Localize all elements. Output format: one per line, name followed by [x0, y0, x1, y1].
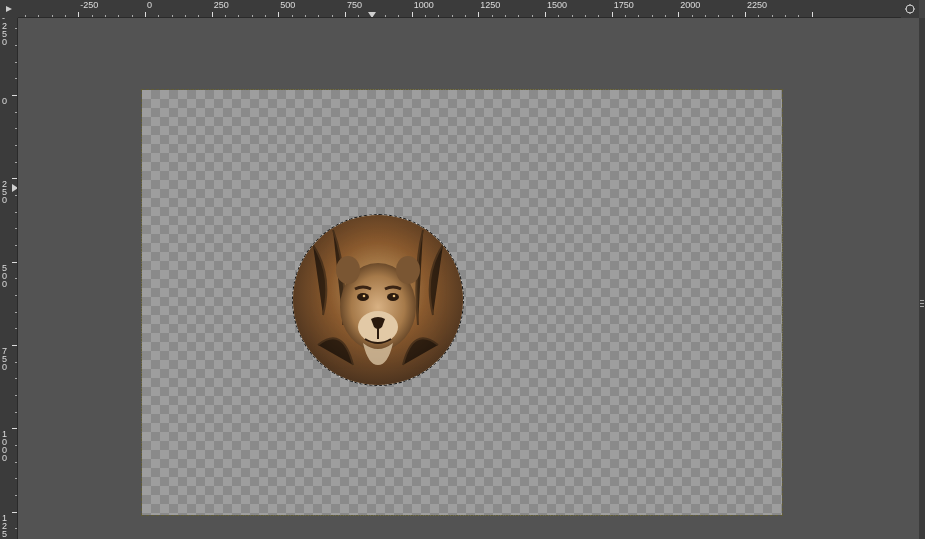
menu-arrow-icon [3, 3, 15, 15]
nav-target-icon [904, 3, 916, 15]
ruler-origin-button[interactable] [0, 0, 18, 18]
layer-circle-image[interactable] [293, 215, 463, 385]
v-ruler-label: 5 0 0 [2, 264, 7, 288]
svg-point-0 [906, 5, 914, 13]
pane-grip-icon [919, 296, 925, 310]
h-ruler-label: 2000 [680, 0, 700, 10]
svg-point-5 [396, 256, 420, 284]
h-ruler-label: 1250 [480, 0, 500, 10]
h-ruler-label: 1000 [414, 0, 434, 10]
v-ruler-label: 1 2 5 0 [2, 514, 7, 539]
v-ruler-label: 7 5 0 [2, 347, 7, 371]
h-ruler-label: 500 [280, 0, 295, 10]
h-ruler-label: 0 [147, 0, 152, 10]
image-editor: -2500250500750100012501500175020002250 -… [0, 0, 925, 539]
v-ruler-label: 1 0 0 0 [2, 430, 7, 462]
h-ruler-label: 2250 [747, 0, 767, 10]
svg-point-9 [393, 295, 396, 298]
horizontal-ruler[interactable]: -2500250500750100012501500175020002250 [18, 0, 901, 18]
svg-point-7 [387, 293, 399, 301]
v-ruler-label: - 2 5 0 [2, 18, 7, 46]
h-ruler-label: 1750 [614, 0, 634, 10]
vertical-scrollbar[interactable] [919, 18, 925, 539]
v-ruler-label: 2 5 0 [2, 180, 7, 204]
h-ruler-label: 1500 [547, 0, 567, 10]
v-ruler-label: 0 [2, 97, 7, 105]
navigate-canvas-button[interactable] [901, 0, 919, 18]
svg-point-8 [363, 295, 366, 298]
h-ruler-label: -250 [80, 0, 98, 10]
vertical-ruler[interactable]: - 2 5 002 5 05 0 07 5 01 0 0 01 2 5 0 [0, 18, 18, 539]
svg-point-4 [336, 256, 360, 284]
h-ruler-label: 750 [347, 0, 362, 10]
canvas-viewport[interactable] [18, 18, 919, 539]
svg-point-6 [357, 293, 369, 301]
h-ruler-label: 250 [214, 0, 229, 10]
